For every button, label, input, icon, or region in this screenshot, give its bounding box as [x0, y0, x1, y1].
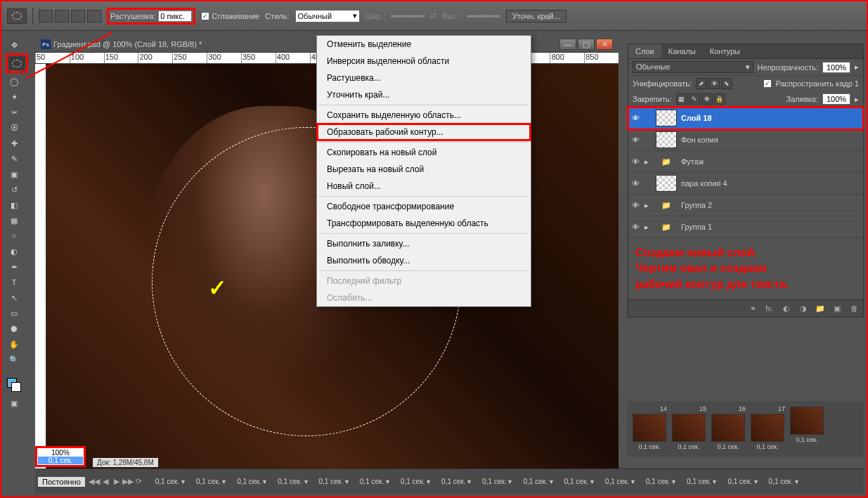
crop-tool[interactable]: ✂	[6, 105, 22, 119]
layer-row[interactable]: 👁▸📁Группа 2	[628, 195, 863, 216]
antialias-checkbox[interactable]: ✓	[201, 12, 209, 20]
frame-thumb[interactable]: 140,1 сек.	[632, 405, 667, 450]
frame-duration-label[interactable]: 0,1 сек. ▾	[401, 478, 430, 485]
frame-duration-label[interactable]: 0,1 сек. ▾	[360, 478, 389, 485]
layer-row[interactable]: 👁▸📁Группа 1	[628, 216, 863, 238]
frame-duration-label[interactable]: 0,1 сек. ▾	[237, 478, 266, 485]
link-icon[interactable]: ⚭	[746, 303, 759, 314]
menu-item[interactable]: Трансформировать выделенную область	[317, 215, 531, 232]
frame-duration-label[interactable]: 0,1 сек. ▾	[646, 478, 675, 485]
folder-button[interactable]: 📁	[814, 303, 827, 314]
panel-tab[interactable]: Контуры	[703, 44, 747, 58]
menu-item[interactable]: Уточнить край...	[317, 86, 531, 103]
visibility-toggle[interactable]: 👁	[630, 136, 640, 144]
new-selection-button[interactable]	[39, 10, 53, 22]
path-tool[interactable]: ↖	[6, 291, 22, 305]
heal-tool[interactable]: ✚	[6, 136, 22, 150]
menu-item[interactable]: Отменить выделение	[317, 36, 531, 53]
playback-button[interactable]: ⟳	[134, 477, 144, 487]
menu-item[interactable]: Образовать рабочий контур...	[317, 124, 531, 140]
intersect-selection-button[interactable]	[87, 10, 101, 22]
frame-duration-label[interactable]: 0,1 сек. ▾	[482, 478, 512, 485]
visibility-toggle[interactable]: 👁	[630, 201, 640, 209]
loop-select[interactable]: Постоянно	[38, 477, 85, 487]
marquee-tool[interactable]	[8, 56, 25, 70]
menu-item[interactable]: Новый слой...	[317, 178, 531, 195]
layer-row[interactable]: 👁Фон копия	[628, 129, 863, 151]
visibility-toggle[interactable]: 👁	[630, 179, 640, 188]
panel-tab[interactable]: Слои	[628, 44, 661, 58]
wand-tool[interactable]: ✦	[6, 90, 22, 104]
zoom-value[interactable]: 100%	[51, 449, 70, 457]
frame-duration-label[interactable]: 0,1 сек. ▾	[727, 478, 757, 485]
unify-pos-button[interactable]: ⬈	[696, 78, 707, 89]
move-tool[interactable]: ✥	[6, 38, 22, 52]
current-tool-slot[interactable]	[7, 8, 27, 24]
frame-duration-label[interactable]: 0,1 сек. ▾	[769, 478, 798, 485]
frame-thumb[interactable]: 150,1 сек.	[671, 405, 706, 450]
blend-mode-select[interactable]: Обычные ▾	[633, 61, 753, 73]
frame-duration-label[interactable]: 0,1 сек. ▾	[523, 478, 552, 485]
maximize-button[interactable]: ▢	[578, 39, 595, 50]
pen-tool[interactable]: ✒	[6, 260, 22, 274]
frame-duration-label[interactable]: 0,1 сек. ▾	[687, 478, 716, 485]
minimize-button[interactable]: —	[559, 39, 576, 50]
frame-thumb[interactable]: 170,1 сек.	[750, 405, 785, 450]
layer-row[interactable]: 👁пара копия 4	[628, 173, 863, 195]
fx-button[interactable]: fx.	[763, 303, 776, 314]
chevron-right-icon[interactable]: ▸	[855, 95, 859, 104]
color-swatches[interactable]	[6, 375, 22, 395]
lock-all-button[interactable]: 🔒	[714, 93, 725, 105]
chevron-right-icon[interactable]: ▸	[855, 63, 859, 72]
close-button[interactable]: ✕	[596, 39, 613, 50]
subtract-selection-button[interactable]	[71, 10, 85, 22]
lock-transparent-button[interactable]: ▦	[676, 93, 687, 105]
playback-button[interactable]: ▶▶	[123, 477, 133, 487]
new-layer-button[interactable]: ▣	[831, 303, 843, 314]
unify-vis-button[interactable]: 👁	[708, 78, 720, 89]
refine-edge-button[interactable]: Уточн. край...	[506, 10, 566, 22]
menu-item[interactable]: Растушевка...	[317, 70, 531, 86]
hand-tool[interactable]: ✋	[6, 337, 22, 351]
style-select[interactable]: Обычный▾	[295, 10, 360, 22]
panel-tab[interactable]: Каналы	[661, 44, 703, 58]
shape-tool[interactable]: ▭	[6, 306, 22, 320]
fill-input[interactable]: 100%	[822, 93, 850, 105]
playback-button[interactable]: ◀◀	[89, 477, 99, 487]
frame-thumb[interactable]: 0,1 сек.	[789, 405, 824, 443]
3d-tool[interactable]: ⬢	[6, 322, 22, 336]
lock-pixels-button[interactable]: ✎	[689, 93, 700, 105]
type-tool[interactable]: T	[6, 275, 22, 289]
unify-style-button[interactable]: ⬉	[721, 78, 732, 89]
add-selection-button[interactable]	[55, 10, 69, 22]
menu-item[interactable]: Вырезать на новый слой	[317, 161, 531, 178]
zoom-tool[interactable]: 🔍	[6, 353, 22, 367]
lasso-tool[interactable]: ◯	[6, 74, 22, 89]
frame-duration-label[interactable]: 0,1 сек. ▾	[441, 478, 471, 485]
gradient-tool[interactable]: ▦	[6, 214, 22, 228]
visibility-toggle[interactable]: 👁	[630, 157, 640, 166]
menu-item[interactable]: Свободное трансформирование	[317, 198, 531, 215]
frame-duration-label[interactable]: 0,1 сек. ▾	[564, 478, 594, 485]
menu-item[interactable]: Инверсия выделенной области	[317, 53, 531, 70]
lock-position-button[interactable]: ✥	[701, 93, 713, 105]
adjust-button[interactable]: ◑	[797, 303, 810, 314]
opacity-input[interactable]: 100%	[822, 62, 850, 73]
playback-button[interactable]: ▶	[112, 477, 122, 487]
layer-row[interactable]: 👁▸📁Футаж	[628, 151, 863, 173]
history-tool[interactable]: ↺	[6, 183, 22, 197]
menu-item[interactable]: Выполнить обводку...	[317, 252, 531, 269]
frame-duration-label[interactable]: 0,1 сек. ▾	[155, 478, 185, 485]
frame-duration-label[interactable]: 0,1 сек. ▾	[319, 478, 349, 485]
frame-duration-label[interactable]: 0,1 сек. ▾	[196, 478, 226, 485]
layer-row[interactable]: 👁Слой 18	[628, 107, 863, 129]
frame-duration[interactable]: 0,1 сек.	[38, 457, 83, 464]
menu-item[interactable]: Сохранить выделенную область...	[317, 107, 531, 124]
mask-button[interactable]: ◐	[780, 303, 793, 314]
trash-button[interactable]: 🗑	[848, 303, 860, 314]
menu-item[interactable]: Скопировать на новый слой	[317, 144, 531, 161]
frame-duration-label[interactable]: 0,1 сек. ▾	[278, 478, 307, 485]
feather-input[interactable]: 0 пикс.	[158, 11, 192, 22]
frame-duration-label[interactable]: 0,1 сек. ▾	[605, 478, 635, 485]
dodge-tool[interactable]: ◐	[6, 244, 22, 258]
